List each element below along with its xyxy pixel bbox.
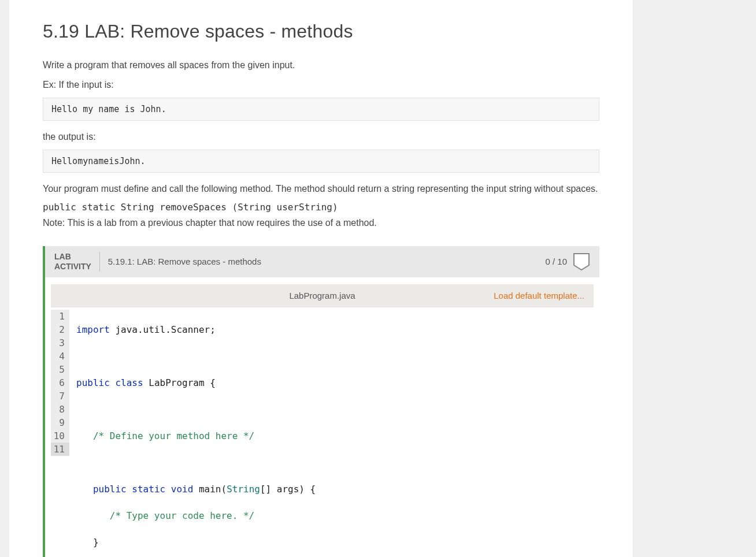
badge-line-1: LAB (54, 252, 91, 262)
code-token: ( (221, 484, 227, 495)
lab-activity-badge: LAB ACTIVITY (54, 252, 100, 272)
editor-filename: LabProgram.java (289, 291, 355, 300)
note-text: Note: This is a lab from a previous chap… (43, 216, 599, 230)
method-signature: public static String removeSpaces (Strin… (43, 202, 599, 213)
example-output-box: HellomynameisJohn. (43, 150, 599, 173)
code-area[interactable]: import java.util.Scanner; public class L… (74, 307, 594, 557)
load-default-template-link[interactable]: Load default template... (494, 291, 584, 300)
code-editor[interactable]: 1234567891011 import java.util.Scanner; … (51, 307, 594, 557)
code-token (76, 484, 93, 495)
intro-paragraph: Write a program that removes all spaces … (43, 58, 599, 72)
code-token: main (199, 484, 221, 495)
code-token: class (115, 377, 143, 388)
requirement-text: Your program must define and call the fo… (43, 182, 599, 196)
code-token: } (76, 537, 99, 548)
code-token: LabProgram (149, 377, 204, 388)
example-input-label: Ex: If the input is: (43, 78, 599, 92)
code-token: void (171, 484, 194, 495)
code-token: static (132, 484, 165, 495)
code-comment: /* Define your method here */ (76, 430, 254, 441)
code-token: [] args) { (260, 484, 316, 495)
example-input-box: Hello my name is John. (43, 98, 599, 121)
code-comment: /* Type your code here. */ (76, 510, 254, 521)
example-output-label: the output is: (43, 130, 599, 144)
lab-score: 0 / 10 (545, 257, 567, 266)
document-page: 5.19 LAB: Remove spaces - methods Write … (9, 0, 633, 557)
code-token: public (76, 377, 110, 388)
lab-activity-header: LAB ACTIVITY 5.19.1: LAB: Remove spaces … (45, 246, 599, 277)
code-token: { (205, 377, 216, 388)
shield-icon (573, 252, 590, 271)
code-token: java.util.Scanner; (110, 324, 216, 335)
line-number-gutter: 1234567891011 (51, 307, 74, 557)
code-token: public (93, 484, 127, 495)
badge-line-2: ACTIVITY (54, 262, 91, 272)
lab-activity-block: LAB ACTIVITY 5.19.1: LAB: Remove spaces … (43, 246, 599, 557)
code-token: import (76, 324, 110, 335)
lab-activity-title: 5.19.1: LAB: Remove spaces - methods (108, 257, 546, 266)
editor-tab-bar: LabProgram.java Load default template... (51, 284, 594, 307)
page-title: 5.19 LAB: Remove spaces - methods (43, 21, 599, 42)
code-token: String (227, 484, 260, 495)
